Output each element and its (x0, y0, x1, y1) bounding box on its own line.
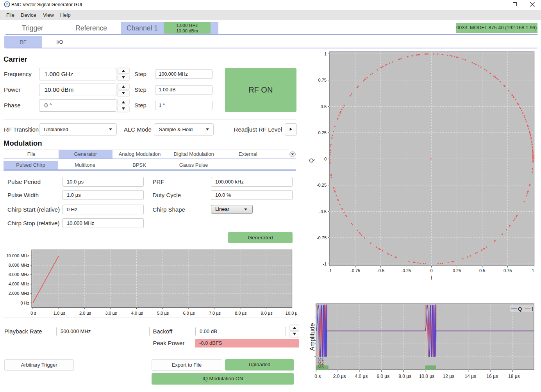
svg-text:0.25: 0.25 (318, 130, 327, 135)
svg-text:8.0 µs: 8.0 µs (235, 311, 247, 315)
svg-text:0.5: 0.5 (321, 104, 327, 109)
svg-text:-0.75: -0.75 (350, 268, 360, 273)
svg-text:0.25: 0.25 (453, 268, 461, 273)
svg-text:10.0 µs: 10.0 µs (286, 311, 297, 315)
svg-text:-1: -1 (328, 268, 332, 273)
svg-text:9.0 µs: 9.0 µs (261, 311, 273, 315)
svg-text:-0.75: -0.75 (317, 235, 327, 240)
svg-text:6.0 µs: 6.0 µs (377, 374, 389, 379)
svg-text:1: 1 (532, 268, 534, 273)
svg-text:-0.5: -0.5 (319, 209, 327, 214)
svg-text:12 µs: 12 µs (443, 374, 455, 379)
svg-text:7.0 µs: 7.0 µs (209, 311, 221, 315)
svg-text:8.0 µs: 8.0 µs (398, 374, 411, 379)
svg-text:Q: Q (308, 158, 314, 162)
svg-text:4.0 µs: 4.0 µs (355, 374, 368, 379)
svg-text:14 µs: 14 µs (464, 374, 476, 379)
svg-text:4.000 MHz: 4.000 MHz (9, 282, 29, 286)
svg-text:5.0 µs: 5.0 µs (157, 311, 169, 315)
svg-text:Amplitude: Amplitude (309, 323, 316, 351)
svg-text:0 s: 0 s (30, 311, 36, 315)
svg-text:1: 1 (324, 52, 327, 56)
svg-text:2.0 µs: 2.0 µs (79, 311, 91, 315)
svg-text:0.5: 0.5 (479, 268, 485, 273)
svg-text:0.75: 0.75 (504, 268, 512, 273)
svg-text:10.0 µs: 10.0 µs (419, 374, 435, 379)
svg-text:Q: Q (518, 306, 522, 312)
svg-text:6.000 MHz: 6.000 MHz (9, 272, 29, 277)
svg-text:M3: M3 (318, 364, 324, 369)
svg-text:-1: -1 (323, 262, 327, 266)
svg-text:8.000 MHz: 8.000 MHz (9, 263, 29, 267)
svg-text:I: I (431, 274, 432, 281)
svg-text:6.0 µs: 6.0 µs (183, 311, 195, 315)
svg-text:0 Hz: 0 Hz (20, 301, 29, 305)
svg-text:0: 0 (430, 268, 433, 273)
svg-text:16 µs: 16 µs (486, 374, 498, 379)
svg-text:0: 0 (324, 157, 327, 161)
svg-text:2.000 MHz: 2.000 MHz (9, 291, 29, 296)
svg-text:0 s: 0 s (314, 374, 321, 379)
svg-text:10.000 MHz: 10.000 MHz (6, 253, 29, 258)
svg-text:3.0 µs: 3.0 µs (105, 311, 117, 315)
svg-text:-0.25: -0.25 (317, 183, 327, 187)
svg-text:-0.5: -0.5 (377, 268, 384, 273)
svg-text:1.0 µs: 1.0 µs (54, 311, 66, 315)
svg-text:18 µs: 18 µs (508, 374, 520, 379)
svg-text:2.0 µs: 2.0 µs (333, 374, 346, 379)
svg-text:0.75: 0.75 (318, 78, 327, 82)
svg-text:-0.25: -0.25 (401, 268, 411, 273)
svg-text:4.0 µs: 4.0 µs (131, 311, 143, 315)
svg-text:I: I (532, 306, 533, 312)
